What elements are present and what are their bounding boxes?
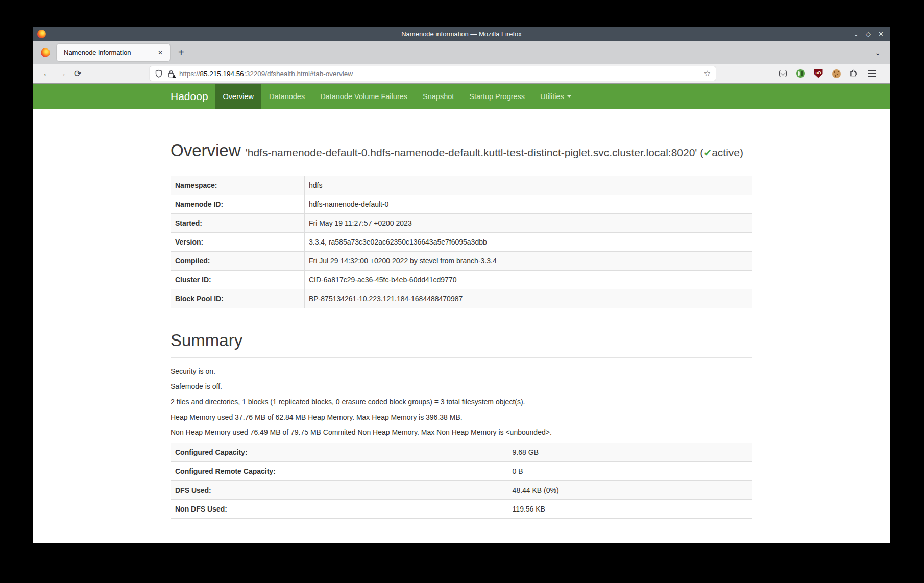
- active-check-icon: ✔: [703, 148, 712, 158]
- hadoop-nav: Overview Datanodes Datanode Volume Failu…: [215, 84, 533, 109]
- row-value: Fri Jul 29 14:32:00 +0200 2022 by stevel…: [304, 252, 752, 271]
- row-label: Started:: [171, 214, 305, 233]
- caret-down-icon: [567, 95, 571, 98]
- firefox-logo-icon: [37, 30, 46, 38]
- row-value: 0 B: [508, 462, 752, 481]
- overview-heading: Overview 'hdfs-namenode-default-0.hdfs-n…: [171, 139, 752, 162]
- row-label: DFS Used:: [171, 481, 508, 500]
- cluster-info-table: Namespace: hdfs Namenode ID: hdfs-nameno…: [171, 176, 752, 308]
- desktop-background: Namenode information — Mozilla Firefox ⌄…: [0, 0, 924, 583]
- extensions-puzzle-icon[interactable]: [848, 68, 860, 79]
- summary-line: Security is on.: [171, 366, 752, 376]
- hadoop-nav-item[interactable]: Datanodes: [261, 84, 312, 109]
- table-row: Configured Capacity: 9.68 GB: [171, 443, 752, 462]
- table-row: Namenode ID: hdfs-namenode-default-0: [171, 195, 752, 214]
- bookmark-star-icon[interactable]: ☆: [704, 69, 711, 78]
- summary-line: 2 files and directories, 1 blocks (1 rep…: [171, 397, 752, 407]
- cookie-extension-icon[interactable]: [831, 68, 842, 79]
- forward-button: →: [55, 68, 70, 79]
- table-row: DFS Used: 48.44 KB (0%): [171, 481, 752, 500]
- hadoop-nav-item[interactable]: Startup Progress: [461, 84, 532, 109]
- table-row: Started: Fri May 19 11:27:57 +0200 2023: [171, 214, 752, 233]
- back-button[interactable]: ←: [39, 68, 55, 79]
- close-button[interactable]: ✕: [878, 31, 884, 37]
- firefox-window: Namenode information — Mozilla Firefox ⌄…: [33, 27, 890, 543]
- summary-line: Non Heap Memory used 76.49 MB of 79.75 M…: [171, 427, 752, 438]
- window-titlebar: Namenode information — Mozilla Firefox ⌄…: [33, 27, 890, 41]
- capacity-table: Configured Capacity: 9.68 GB Configured …: [171, 443, 752, 519]
- table-row: Block Pool ID: BP-875134261-10.223.121.1…: [171, 289, 752, 308]
- extension-green-icon[interactable]: [795, 68, 806, 79]
- row-value: 3.3.4, ra585a73c3e02ac62350c136643a5e7f6…: [304, 233, 752, 252]
- firefox-icon: [41, 48, 50, 57]
- row-label: Non DFS Used:: [171, 500, 508, 519]
- row-value: BP-875134261-10.223.121.184-168448847098…: [304, 289, 752, 308]
- menu-hamburger-icon[interactable]: [866, 68, 878, 79]
- shield-permissions-icon[interactable]: [155, 69, 163, 78]
- certificate-warning-icon: [172, 75, 176, 78]
- summary-text: Security is on. Safemode is off. 2 files…: [171, 366, 752, 438]
- minimize-button[interactable]: ⌄: [853, 31, 859, 37]
- row-label: Block Pool ID:: [171, 289, 305, 308]
- row-value: CID-6a817c29-ac36-45fc-b4eb-60dd41cd9770: [304, 271, 752, 289]
- table-row: Configured Remote Capacity: 0 B: [171, 462, 752, 481]
- tab-title: Namenode information: [64, 48, 156, 56]
- hadoop-nav-item[interactable]: Datanode Volume Failures: [312, 84, 415, 109]
- list-all-tabs-icon[interactable]: ⌄: [874, 48, 881, 57]
- table-row: Non DFS Used: 119.56 KB: [171, 500, 752, 519]
- browser-tab[interactable]: Namenode information ✕: [57, 44, 170, 61]
- save-to-pocket-icon[interactable]: [777, 68, 788, 79]
- tab-close-icon[interactable]: ✕: [156, 48, 165, 57]
- row-value: 9.68 GB: [508, 443, 752, 462]
- table-row: Version: 3.3.4, ra585a73c3e02ac62350c136…: [171, 233, 752, 252]
- summary-divider: [171, 357, 752, 358]
- row-value: 119.56 KB: [508, 500, 752, 519]
- url-host: 85.215.194.56: [200, 70, 244, 78]
- row-label: Compiled:: [171, 252, 305, 271]
- row-value: Fri May 19 11:27:57 +0200 2023: [304, 214, 752, 233]
- namenode-address: 'hdfs-namenode-default-0.hdfs-namenode-d…: [246, 147, 743, 158]
- summary-line: Safemode is off.: [171, 381, 752, 392]
- summary-heading: Summary: [171, 329, 752, 352]
- nav-item-utilities[interactable]: Utilities: [532, 84, 579, 109]
- window-title: Namenode information — Mozilla Firefox: [33, 30, 890, 38]
- row-label: Configured Capacity:: [171, 443, 508, 462]
- active-state: active: [712, 147, 740, 158]
- table-row: Namespace: hdfs: [171, 176, 752, 195]
- row-label: Cluster ID:: [171, 271, 305, 289]
- url-toolbar: ← → ⟳ https://85.215.194.56:32209/dfshea…: [33, 64, 890, 84]
- address-bar[interactable]: https://85.215.194.56:32209/dfshealth.ht…: [150, 66, 716, 81]
- reload-button[interactable]: ⟳: [70, 68, 85, 79]
- table-row: Compiled: Fri Jul 29 14:32:00 +0200 2022…: [171, 252, 752, 271]
- hadoop-brand[interactable]: Hadoop: [171, 84, 215, 109]
- row-label: Version:: [171, 233, 305, 252]
- hadoop-nav-item[interactable]: Snapshot: [415, 84, 461, 109]
- row-value: 48.44 KB (0%): [508, 481, 752, 500]
- table-row: Cluster ID: CID-6a817c29-ac36-45fc-b4eb-…: [171, 271, 752, 289]
- hadoop-navbar: Hadoop Overview Datanodes Datanode Volum…: [33, 84, 890, 109]
- row-value: hdfs-namenode-default-0: [304, 195, 752, 214]
- row-value: hdfs: [304, 176, 752, 195]
- row-label: Configured Remote Capacity:: [171, 462, 508, 481]
- url-text: https://85.215.194.56:32209/dfshealth.ht…: [179, 70, 700, 78]
- row-label: Namespace:: [171, 176, 305, 195]
- lock-insecure-icon[interactable]: [167, 70, 175, 78]
- ublock-origin-icon[interactable]: uO: [813, 68, 824, 79]
- row-label: Namenode ID:: [171, 195, 305, 214]
- tab-strip: Namenode information ✕ + ⌄: [33, 41, 890, 64]
- maximize-button[interactable]: ◇: [866, 31, 871, 37]
- page-viewport: Hadoop Overview Datanodes Datanode Volum…: [33, 84, 890, 543]
- new-tab-button[interactable]: +: [178, 46, 184, 58]
- hadoop-nav-item[interactable]: Overview: [215, 84, 261, 109]
- summary-line: Heap Memory used 37.76 MB of 62.84 MB He…: [171, 412, 752, 422]
